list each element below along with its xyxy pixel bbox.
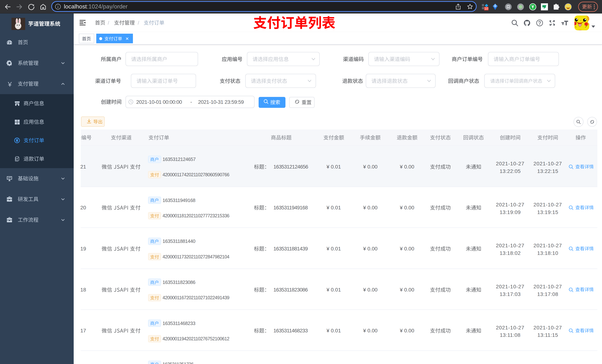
svg-text:10: 10: [485, 7, 488, 10]
